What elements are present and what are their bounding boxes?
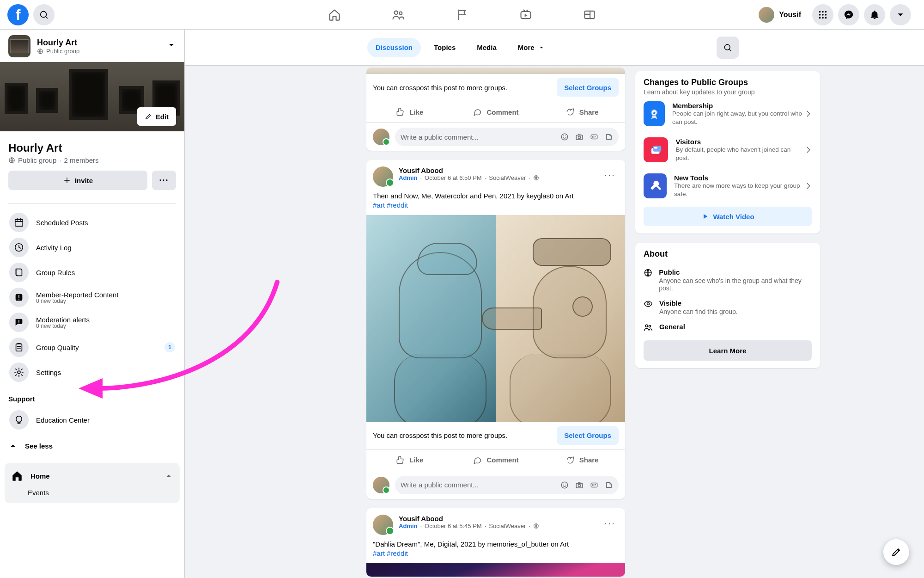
like-button[interactable]: Like [366,101,453,123]
camera-icon[interactable] [575,133,584,141]
sidebar-item-group-quality[interactable]: Group Quality 1 [5,335,180,360]
svg-rect-28 [576,483,583,488]
svg-point-13 [825,17,827,18]
select-groups-button[interactable]: Select Groups [557,426,619,445]
sidebar-subtitle: Public group [37,48,79,55]
nav-groups[interactable] [559,2,620,28]
ellipsis-icon: ··· [159,176,169,185]
sidebar-item-moderation-alerts[interactable]: Moderation alerts0 new today [5,310,180,335]
card-title: About [644,249,812,259]
post-image[interactable] [366,215,625,422]
changes-item-new-tools[interactable]: New ToolsThere are now more ways to keep… [644,168,812,204]
camera-icon[interactable] [575,481,584,489]
sidebar-home-link[interactable]: Home [5,463,180,489]
nav-friends[interactable] [368,2,428,28]
post-menu-button[interactable]: ··· [601,515,619,532]
chevron-right-icon [803,181,814,191]
hashtag[interactable]: #art [373,201,385,209]
post-avatar[interactable] [373,515,393,535]
sidebar-item-education-center[interactable]: Education Center [5,407,180,432]
learn-more-button[interactable]: Learn More [644,340,812,361]
comment-button[interactable]: Comment [453,449,539,471]
emoji-icon[interactable] [560,481,569,489]
edit-icon [891,547,902,558]
globe-icon [37,48,43,55]
post-time[interactable]: October 6 at 5:45 PM [425,523,482,529]
facebook-logo[interactable]: f [7,4,29,25]
profile-chip[interactable]: Yousif [756,4,808,25]
group-tabs-bar: Discussion Topics Media More [185,30,924,66]
see-less-toggle[interactable]: See less [0,434,184,457]
sidebar-item-member-reported[interactable]: Member-Reported Content0 new today [5,285,180,310]
sticker-icon[interactable] [605,133,613,141]
group-search-button[interactable] [717,37,739,59]
account-menu-button[interactable] [890,4,911,25]
sticker-icon[interactable] [605,481,613,489]
hashtag[interactable]: #reddit [387,549,408,557]
sidebar-more-button[interactable]: ··· [152,171,176,190]
nav-pages[interactable] [432,2,492,28]
sidebar-item-group-rules[interactable]: Group Rules [5,260,180,285]
search-button[interactable] [33,4,55,25]
post-time[interactable]: October 6 at 6:50 PM [425,174,482,181]
post-author[interactable]: Yousif Abood [399,515,596,523]
sidebar-item-scheduled-posts[interactable]: Scheduled Posts [5,210,180,235]
share-button[interactable]: Share [539,449,625,471]
gif-icon[interactable] [590,133,598,141]
sidebar-item-activity-log[interactable]: Activity Log [5,235,180,260]
avatar [373,129,389,145]
hashtag[interactable]: #art [373,549,385,557]
gif-icon[interactable] [590,481,598,489]
sidebar-item-label: Group Quality [36,344,79,351]
nav-watch[interactable] [496,2,556,28]
svg-rect-23 [576,135,583,140]
globe-icon [533,523,539,529]
sidebar-group-switcher[interactable]: Hourly Art Public group [0,30,184,62]
select-groups-button[interactable]: Select Groups [557,78,619,97]
share-button[interactable]: Share [539,101,625,123]
svg-rect-36 [654,147,657,149]
watch-video-button[interactable]: Watch Video [644,207,812,226]
people-icon [644,323,653,332]
post-author[interactable]: Yousif Abood [399,166,596,174]
nav-home[interactable] [304,2,365,28]
sidebar-item-label: Scheduled Posts [36,219,88,227]
about-row-visible: VisibleAnyone can find this group. [644,295,812,319]
compose-fab[interactable] [883,539,909,565]
hashtag[interactable]: #reddit [387,201,408,209]
post-image[interactable] [366,563,625,577]
svg-point-22 [561,134,568,140]
changes-item-membership[interactable]: MembershipPeople can join right away, bu… [644,96,812,132]
svg-point-5 [819,11,821,12]
sidebar-item-settings[interactable]: Settings [5,360,180,385]
changes-item-visitors[interactable]: VisitorsBy default, people who haven't j… [644,132,812,168]
edit-cover-label: Edit [156,113,169,121]
comment-button[interactable]: Comment [453,101,539,123]
edit-cover-button[interactable]: Edit [137,107,176,126]
crosspost-text: You can crosspost this post to more grou… [373,431,507,439]
post-menu-button[interactable]: ··· [601,166,619,184]
home-icon [11,470,23,482]
pencil-icon [145,113,152,120]
notifications-button[interactable] [864,4,885,25]
group-meta: Public group · 2 members [8,156,176,164]
tab-discussion[interactable]: Discussion [367,38,421,57]
post-avatar[interactable] [373,166,393,187]
svg-point-24 [578,136,580,139]
invite-button[interactable]: Invite [8,171,147,190]
sidebar-section-support: Support [0,387,184,406]
like-button[interactable]: Like [366,449,453,471]
messenger-icon [844,10,854,20]
post-via[interactable]: SocialWeaver [489,174,526,181]
sidebar-events-link[interactable]: Events [5,489,180,503]
friends-icon [392,8,405,21]
post-via[interactable]: SocialWeaver [489,523,526,529]
menu-grid-button[interactable] [812,4,833,25]
tab-more[interactable]: More [510,38,553,57]
comment-input[interactable]: Write a public comment... [395,476,619,494]
comment-input[interactable]: Write a public comment... [395,128,619,146]
messenger-button[interactable] [838,4,859,25]
emoji-icon[interactable] [560,133,569,141]
tab-media[interactable]: Media [468,38,505,57]
tab-topics[interactable]: Topics [426,38,464,57]
